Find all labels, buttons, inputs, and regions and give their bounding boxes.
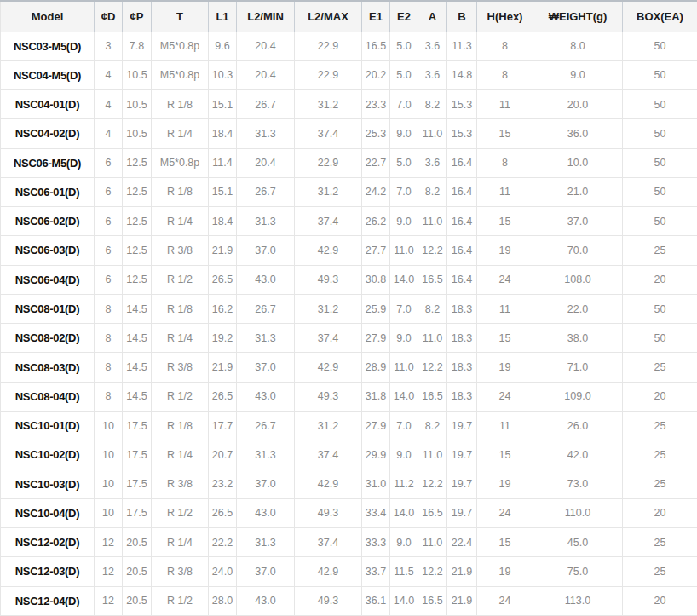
table-cell: 31.0 [362,469,390,498]
table-cell: 25 [623,353,697,382]
table-cell: 21.9 [209,353,237,382]
table-cell: 42.9 [295,353,362,382]
table-cell: 7.0 [390,411,418,440]
model-cell: NSC10-02(D) [1,440,95,469]
table-cell: 31.3 [237,528,295,557]
table-cell: 10 [95,411,123,440]
table-cell: 31.2 [295,411,362,440]
table-cell: 9.6 [209,32,237,60]
table-cell: 20.4 [237,148,295,177]
table-cell: 15.1 [209,90,237,119]
table-cell: 11.0 [390,236,418,265]
table-cell: 109.0 [533,382,623,411]
table-cell: 14.5 [123,353,152,382]
model-cell: NSC04-02(D) [1,119,95,148]
table-cell: 18.4 [209,207,237,236]
table-cell: 50 [623,32,697,60]
table-cell: 8.0 [533,32,623,60]
table-cell: 25 [623,440,697,469]
table-cell: 6 [95,207,123,236]
table-cell: 37.0 [237,236,295,265]
table-row: NSC08-01(D)814.5R 1/816.226.731.225.97.0… [1,294,697,323]
model-cell: NSC08-03(D) [1,353,95,382]
table-cell: 11 [477,411,533,440]
table-cell: 113.0 [533,586,623,615]
table-cell: 37.4 [295,528,362,557]
table-row: NSC08-04(D)814.5R 1/226.543.049.331.814.… [1,382,697,411]
table-cell: 3 [95,32,123,60]
table-cell: 71.0 [533,353,623,382]
table-cell: 28.9 [362,353,390,382]
table-cell: 20.7 [209,440,237,469]
table-cell: R 3/8 [152,557,209,586]
table-cell: 24 [477,265,533,294]
table-cell: 70.0 [533,236,623,265]
table-cell: 26.5 [209,265,237,294]
table-cell: 9.0 [390,528,418,557]
table-cell: 31.2 [295,294,362,323]
table-cell: R 3/8 [152,236,209,265]
table-cell: 16.5 [418,586,447,615]
table-cell: 5.0 [390,32,418,60]
table-cell: 12 [95,528,123,557]
table-cell: 31.3 [237,324,295,353]
table-cell: 110.0 [533,498,623,527]
table-cell: 50 [623,294,697,323]
table-cell: 19 [477,353,533,382]
table-cell: 10.5 [123,60,152,89]
table-cell: 27.9 [362,324,390,353]
table-cell: 3.6 [418,60,447,89]
table-cell: 49.3 [295,382,362,411]
table-cell: 16.4 [447,207,477,236]
table-cell: 21.9 [447,586,477,615]
table-cell: 6 [95,265,123,294]
table-cell: R 1/8 [152,90,209,119]
table-cell: 20.4 [237,60,295,89]
table-cell: 33.7 [362,557,390,586]
table-cell: M5*0.8p [152,148,209,177]
table-cell: R 1/4 [152,528,209,557]
table-cell: 10 [95,469,123,498]
table-cell: 31.8 [362,382,390,411]
table-cell: 16.5 [362,32,390,60]
model-cell: NSC03-M5(D) [1,32,95,60]
table-cell: 9.0 [390,324,418,353]
table-cell: 14.8 [447,60,477,89]
table-cell: 19.7 [447,498,477,527]
table-cell: R 1/8 [152,177,209,206]
table-cell: 42.9 [295,557,362,586]
table-cell: 11.0 [418,119,447,148]
table-cell: 14.0 [390,382,418,411]
table-cell: 7.0 [390,90,418,119]
table-cell: 15.3 [447,90,477,119]
table-cell: 50 [623,177,697,206]
table-cell: 37.0 [237,469,295,498]
table-cell: 45.0 [533,528,623,557]
table-cell: 26.5 [209,498,237,527]
table-cell: 22.7 [362,148,390,177]
table-cell: 12.2 [418,236,447,265]
header-cell: BOX(EA) [623,1,697,32]
table-cell: 49.3 [295,586,362,615]
table-cell: 23.3 [362,90,390,119]
table-cell: 16.5 [418,265,447,294]
table-cell: 73.0 [533,469,623,498]
table-cell: 18.4 [209,119,237,148]
model-cell: NSC10-04(D) [1,498,95,527]
table-cell: 26.7 [237,90,295,119]
table-row: NSC06-03(D)612.5R 3/821.937.042.927.711.… [1,236,697,265]
table-cell: 9.0 [533,60,623,89]
table-cell: 3.6 [418,32,447,60]
table-cell: 27.7 [362,236,390,265]
table-cell: 11.2 [390,469,418,498]
table-cell: 12.5 [123,177,152,206]
table-cell: 14.5 [123,294,152,323]
table-cell: 16.5 [418,382,447,411]
table-cell: 26.7 [237,294,295,323]
table-cell: 15 [477,528,533,557]
table-cell: 31.3 [237,440,295,469]
table-cell: 49.3 [295,265,362,294]
table-cell: R 1/4 [152,440,209,469]
table-cell: 22.2 [209,528,237,557]
table-cell: 20 [623,498,697,527]
